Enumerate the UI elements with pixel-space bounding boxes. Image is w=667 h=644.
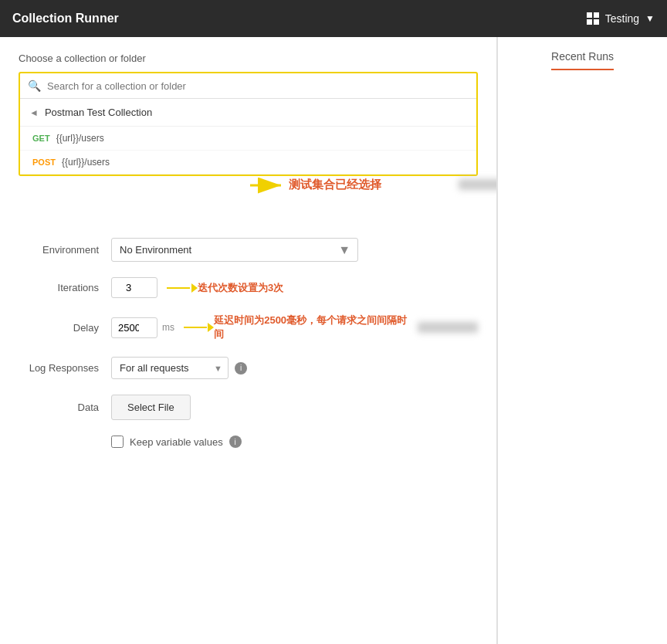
delay-row: Delay 2500 ms 延迟时间为2500毫秒，每个请求之间间隔时间: [19, 314, 478, 341]
log-responses-select[interactable]: For all requests For failed requests Non…: [111, 357, 229, 379]
environment-control: No Environment ▼: [111, 238, 478, 262]
collection-name: Postman Test Collection: [45, 107, 152, 118]
delay-control: 2500 ms 延迟时间为2500毫秒，每个请求之间间隔时间: [111, 314, 478, 341]
header: Collection Runner Testing ▼: [0, 0, 667, 37]
iterations-label: Iterations: [19, 282, 111, 293]
blurred-bar-delay: [418, 322, 478, 333]
environment-row: Environment No Environment ▼: [19, 238, 478, 262]
log-responses-row: Log Responses For all requests For faile…: [19, 357, 478, 379]
data-label: Data: [19, 402, 111, 413]
keep-variable-row: Keep variable values i: [19, 436, 478, 448]
iterations-control: 3 迭代次数设置为3次: [111, 277, 478, 298]
iterations-annotation: 迭代次数设置为3次: [167, 280, 283, 296]
grid-icon: [587, 12, 599, 25]
log-select-wrapper: For all requests For failed requests Non…: [111, 357, 229, 379]
workspace-name: Testing: [605, 12, 639, 25]
search-icon: 🔍: [28, 80, 41, 92]
data-row: Data Select File: [19, 395, 478, 420]
endpoint-row-post[interactable]: POST {{url}}/users: [20, 151, 476, 175]
ms-label: ms: [162, 322, 174, 333]
iterations-row: Iterations 3 迭代次数设置为3次: [19, 277, 478, 298]
annotation-text-collection: 测试集合已经选择: [289, 178, 381, 192]
delay-label: Delay: [19, 322, 111, 334]
iterations-input[interactable]: 3: [111, 277, 157, 298]
method-get-label: GET: [32, 134, 50, 143]
collection-search-box: 🔍 ◄ Postman Test Collection GET {{url}}/…: [19, 72, 478, 176]
environment-select[interactable]: No Environment: [111, 238, 358, 262]
left-panel: Choose a collection or folder 🔍 ◄ Postma…: [0, 37, 497, 644]
environment-select-wrapper: No Environment ▼: [111, 238, 358, 262]
choose-collection-label: Choose a collection or folder: [19, 53, 478, 64]
log-responses-control: For all requests For failed requests Non…: [111, 357, 478, 379]
keep-variable-checkbox[interactable]: [111, 436, 124, 448]
keep-variable-control: Keep variable values i: [111, 436, 478, 448]
search-row: 🔍: [20, 73, 476, 99]
collection-item[interactable]: ◄ Postman Test Collection: [20, 99, 476, 127]
delay-annotation: 延迟时间为2500毫秒，每个请求之间间隔时间: [184, 314, 478, 341]
method-post-label: POST: [32, 158, 56, 167]
delay-input[interactable]: 2500: [111, 317, 157, 338]
search-input[interactable]: [47, 80, 469, 92]
arrow-right-delay-icon: [184, 320, 214, 335]
environment-label: Environment: [19, 244, 111, 256]
app-title: Collection Runner: [12, 12, 119, 25]
keep-variable-label: Keep variable values: [130, 436, 223, 448]
recent-runs-title: Recent Runs: [551, 50, 614, 70]
main-layout: Choose a collection or folder 🔍 ◄ Postma…: [0, 37, 667, 644]
iterations-annotation-text: 迭代次数设置为3次: [198, 281, 283, 295]
keep-variable-info-icon[interactable]: i: [229, 436, 242, 448]
endpoint-url-get: {{url}}/users: [56, 133, 104, 144]
form-section: Environment No Environment ▼ Iterations …: [19, 238, 478, 448]
log-responses-info-icon[interactable]: i: [235, 362, 247, 375]
recent-runs-header: Recent Runs: [510, 49, 655, 70]
blurred-bar-collection: [459, 179, 497, 190]
annotation-area: 测试集合已经选择: [19, 178, 478, 232]
data-control: Select File: [111, 395, 478, 420]
collapse-icon: ◄: [29, 107, 39, 118]
chevron-down-icon: ▼: [645, 13, 655, 24]
log-responses-label: Log Responses: [19, 362, 111, 374]
endpoint-row-get[interactable]: GET {{url}}/users: [20, 127, 476, 151]
delay-annotation-text: 延迟时间为2500毫秒，每个请求之间间隔时间: [214, 314, 412, 341]
endpoint-url-post: {{url}}/users: [62, 157, 110, 168]
arrow-right-icon: [167, 280, 198, 296]
workspace-selector[interactable]: Testing ▼: [587, 12, 655, 25]
select-file-button[interactable]: Select File: [111, 395, 191, 420]
right-panel: Recent Runs: [497, 37, 667, 644]
